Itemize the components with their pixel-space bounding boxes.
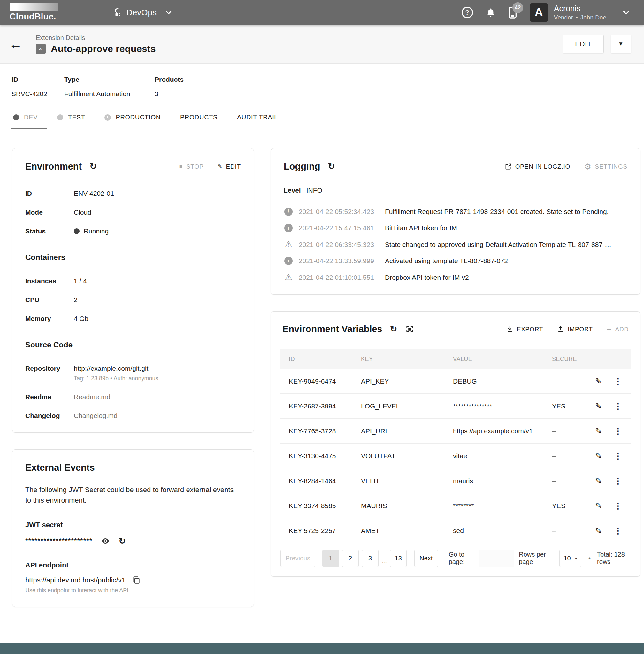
eye-icon[interactable] bbox=[101, 536, 110, 546]
edit-row-icon[interactable]: ✎ bbox=[595, 502, 602, 510]
next-page-button[interactable]: Next bbox=[414, 550, 438, 567]
cell-secure: YES bbox=[552, 502, 595, 510]
row-menu-icon[interactable]: ⋮ bbox=[614, 402, 622, 410]
info-circle-icon: i bbox=[284, 224, 293, 232]
api-endpoint-value: https://api.dev.rnd.host/public/v1 bbox=[25, 576, 125, 584]
fullscreen-icon[interactable] bbox=[405, 325, 414, 333]
add-variable-button[interactable]: + ADD bbox=[607, 325, 629, 333]
goto-page-input[interactable] bbox=[479, 550, 514, 567]
account-user: John Doe bbox=[580, 14, 606, 21]
devops-plug-icon bbox=[111, 7, 122, 18]
gear-icon: ⚙ bbox=[584, 163, 591, 170]
table-row: KEY-3130-4475 VOLUTPAT vitae – ✎⋮ bbox=[280, 444, 631, 468]
rows-per-page-label: Rows per page bbox=[519, 551, 552, 565]
goto-page-label: Go to page: bbox=[449, 551, 475, 565]
edit-row-icon[interactable]: ✎ bbox=[595, 402, 602, 410]
cell-secure: – bbox=[552, 377, 595, 385]
tab-dev[interactable]: DEV bbox=[12, 114, 47, 129]
cell-id: KEY-3130-4475 bbox=[289, 452, 361, 460]
log-level-value: INFO bbox=[306, 186, 322, 194]
open-in-logzio-button[interactable]: OPEN IN LOGZ.IO bbox=[505, 163, 570, 170]
page-button-2[interactable]: 2 bbox=[342, 550, 359, 567]
chevron-down-icon[interactable] bbox=[621, 7, 631, 18]
cell-value: ******** bbox=[453, 502, 552, 510]
edit-row-icon[interactable]: ✎ bbox=[595, 477, 602, 485]
refresh-icon[interactable]: ↻ bbox=[89, 162, 97, 171]
edit-row-icon[interactable]: ✎ bbox=[595, 427, 602, 435]
table-row: KEY-3374-8585 MAURIS ******** YES ✎⋮ bbox=[280, 493, 631, 518]
import-upload-icon bbox=[557, 326, 564, 333]
jwt-secret-label: JWT secret bbox=[25, 521, 241, 529]
previous-page-button[interactable]: Previous bbox=[280, 550, 315, 567]
topbar-right-group: ? 42 A Acronis Vendor • John Doe bbox=[462, 3, 631, 22]
page-button-3[interactable]: 3 bbox=[362, 550, 378, 567]
repository-value-wrap: http://example.com/git.git Tag: 1.23.89b… bbox=[74, 365, 158, 382]
row-menu-icon[interactable]: ⋮ bbox=[614, 527, 622, 535]
test-status-dot-icon bbox=[57, 114, 63, 120]
row-menu-icon[interactable]: ⋮ bbox=[614, 477, 622, 485]
account-menu[interactable]: A Acronis Vendor • John Doe bbox=[530, 3, 631, 22]
table-row: KEY-5725-2257 AMET sed – ✎⋮ bbox=[280, 518, 631, 543]
changelog-link[interactable]: Changelog.md bbox=[74, 412, 118, 420]
env-status-value: Running bbox=[74, 227, 109, 235]
tab-production[interactable]: PRODUCTION bbox=[103, 114, 169, 129]
cell-value: vitae bbox=[453, 452, 552, 460]
add-label: ADD bbox=[615, 326, 629, 333]
edit-button[interactable]: EDIT bbox=[563, 35, 604, 53]
tab-test[interactable]: TEST bbox=[55, 114, 94, 129]
header-actions: EDIT ▼ bbox=[563, 35, 631, 53]
cell-key: API_URL bbox=[361, 427, 453, 435]
environment-card: Environment ↻ ■ STOP ✎ EDIT ID ENV-420 bbox=[12, 148, 254, 433]
meta-products-label: Products bbox=[155, 76, 184, 83]
help-icon[interactable]: ? bbox=[462, 7, 473, 18]
logging-settings-button[interactable]: ⚙ SETTINGS bbox=[584, 163, 627, 170]
log-timestamp: 2021-04-22 01:10:01.551 bbox=[299, 274, 380, 281]
changelog-label: Changelog bbox=[25, 412, 74, 420]
left-column: Environment ↻ ■ STOP ✎ EDIT ID ENV-420 bbox=[12, 148, 254, 607]
pagination: Previous 1 2 3 … 13 Next Go to page: Row… bbox=[280, 550, 631, 567]
notifications-bell-icon[interactable] bbox=[486, 7, 496, 18]
repository-url: http://example.com/git.git bbox=[74, 365, 148, 372]
meta-id: ID SRVC-4202 bbox=[12, 76, 64, 98]
rows-per-page-select[interactable]: 10 ▾ bbox=[559, 550, 581, 567]
edit-row-icon[interactable]: ✎ bbox=[595, 377, 602, 385]
page-button-1[interactable]: 1 bbox=[322, 550, 339, 567]
releases-device-icon[interactable]: 42 bbox=[508, 7, 517, 19]
tab-products[interactable]: PRODUCTS bbox=[179, 114, 227, 129]
tab-audit-trail-label: AUDIT TRAIL bbox=[237, 114, 278, 121]
row-menu-icon[interactable]: ⋮ bbox=[614, 377, 622, 386]
log-message: Activated using template TL-807-887-072 bbox=[385, 257, 508, 265]
cell-key: AMET bbox=[361, 527, 453, 535]
export-button[interactable]: EXPORT bbox=[506, 326, 543, 333]
env-vars-refresh-icon[interactable]: ↻ bbox=[390, 325, 397, 333]
col-secure: SECURE bbox=[552, 356, 595, 363]
cell-id: KEY-9049-6474 bbox=[289, 377, 361, 385]
row-menu-icon[interactable]: ⋮ bbox=[614, 427, 622, 435]
tab-audit-trail[interactable]: AUDIT TRAIL bbox=[235, 114, 287, 129]
page-button-last[interactable]: 13 bbox=[390, 550, 407, 567]
cell-id: KEY-8284-1464 bbox=[289, 477, 361, 485]
logging-refresh-icon[interactable]: ↻ bbox=[328, 162, 335, 171]
cell-value: sed bbox=[453, 527, 552, 535]
row-menu-icon[interactable]: ⋮ bbox=[614, 502, 622, 510]
import-button[interactable]: IMPORT bbox=[557, 326, 593, 333]
account-separator: • bbox=[576, 14, 578, 21]
log-level-label: Level bbox=[284, 186, 301, 194]
regenerate-secret-icon[interactable]: ↻ bbox=[118, 537, 126, 545]
edit-dropdown-button[interactable]: ▼ bbox=[611, 35, 631, 53]
edit-row-icon[interactable]: ✎ bbox=[595, 452, 602, 460]
containers-section-title: Containers bbox=[25, 253, 241, 262]
copy-icon[interactable] bbox=[132, 576, 141, 584]
cell-secure: YES bbox=[552, 402, 595, 410]
instances-field: Instances 1 / 4 bbox=[25, 277, 241, 285]
readme-link[interactable]: Readme.md bbox=[74, 393, 110, 401]
row-menu-icon[interactable]: ⋮ bbox=[614, 452, 622, 460]
extension-meta: ID SRVC-4202 Type Fulfillment Automation… bbox=[0, 64, 644, 98]
stop-button[interactable]: ■ STOP bbox=[179, 163, 204, 170]
source-code-section-title: Source Code bbox=[25, 341, 241, 349]
back-arrow-icon[interactable]: ← bbox=[9, 37, 27, 51]
cloudblue-logo[interactable]: CloudBlue. bbox=[9, 3, 58, 22]
edit-row-icon[interactable]: ✎ bbox=[595, 527, 602, 535]
product-switcher[interactable]: DevOps bbox=[111, 7, 173, 18]
environment-edit-button[interactable]: ✎ EDIT bbox=[217, 163, 241, 170]
